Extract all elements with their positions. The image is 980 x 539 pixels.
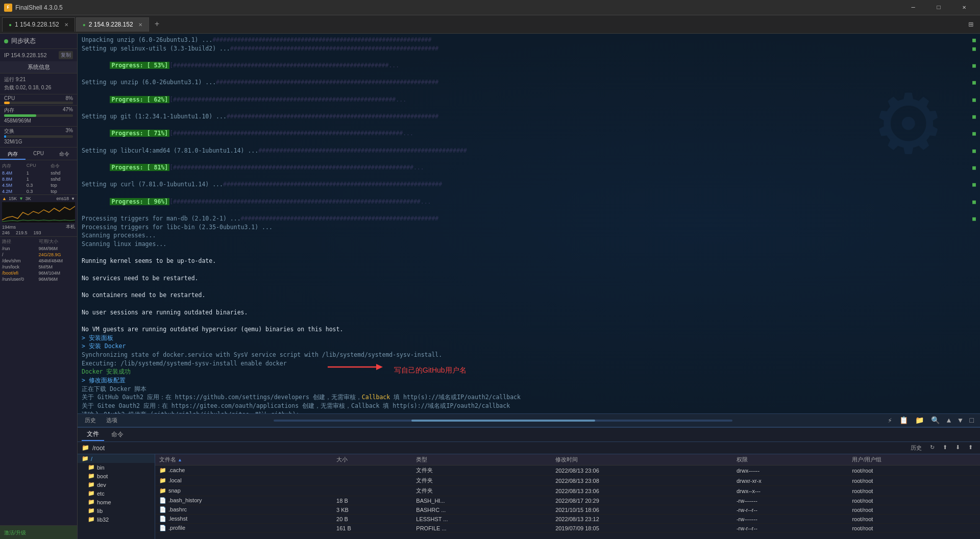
dir-icon: 📁 xyxy=(88,464,95,471)
fm-refresh-button[interactable]: ↻ xyxy=(927,443,938,453)
activate-button[interactable]: 激活/升级 xyxy=(4,530,26,535)
titlebar-left: F FinalShell 4.3.0.5 xyxy=(4,4,63,12)
new-tab-button[interactable]: + xyxy=(150,17,164,32)
dir-name: / xyxy=(91,456,92,462)
copy-ip-button[interactable]: 复制 xyxy=(59,51,73,59)
disk-row: /run 96M/96M xyxy=(0,246,77,252)
search-icon[interactable]: 🔍 xyxy=(929,415,942,426)
tab-1-close[interactable]: ✕ xyxy=(64,22,68,28)
titlebar-controls: ─ □ ✕ xyxy=(901,0,976,15)
minimize-button[interactable]: ─ xyxy=(901,0,925,15)
tab-cpu[interactable]: CPU xyxy=(26,150,51,160)
file-icon: 📁 xyxy=(159,467,166,473)
disk-header: 路径 可用/大小 xyxy=(0,238,77,246)
net-expand[interactable]: ▼ xyxy=(71,197,75,201)
tab-layout-button[interactable]: ⊞ xyxy=(964,17,978,32)
scroll-up-icon[interactable]: ▲ xyxy=(945,415,953,426)
col-owner[interactable]: 用户/用户组 xyxy=(848,454,980,465)
copy-icon[interactable]: 📋 xyxy=(897,415,910,426)
table-row[interactable]: 📁.local 文件夹 2022/08/13 23:08 drwxr-xr-x … xyxy=(155,476,980,486)
file-icon: 📄 xyxy=(159,516,166,522)
history-button[interactable]: 历史 xyxy=(82,415,99,425)
file-type: BASHRC ... xyxy=(412,505,551,514)
file-perms: drwxr-xr-x xyxy=(732,476,848,486)
fm-toolbar: 📁 /root 历史 ↻ ⬆ ⬇ ⬆ xyxy=(78,442,980,454)
col-filename[interactable]: 文件名 ▲ xyxy=(155,454,332,465)
dir-tree-item-bin[interactable]: 📁 bin xyxy=(78,463,155,472)
term-blank xyxy=(82,316,976,325)
folder-icon[interactable]: 📁 xyxy=(913,415,926,426)
proc-row: 4.5M 0.3 top xyxy=(0,182,77,188)
proc-header: 内存 CPU 命令 xyxy=(0,162,77,170)
scrollbar[interactable] xyxy=(274,420,733,422)
swap-detail: 32M/1G xyxy=(4,138,73,146)
fm-tab-files[interactable]: 文件 xyxy=(82,428,104,441)
fm-file-panel: 文件名 ▲ 大小 类型 修改时间 权限 用户/用户组 📁.cache xyxy=(155,454,980,539)
term-line: Synchronizing state of docker.service wi… xyxy=(82,351,976,359)
file-size xyxy=(332,476,412,486)
file-manager: 文件 命令 📁 /root 历史 ↻ ⬆ ⬇ ⬆ 📁 xyxy=(78,427,980,539)
dir-name: etc xyxy=(97,491,105,497)
term-progress-81: Progress: [ 81%][#######################… xyxy=(82,155,976,180)
close-button[interactable]: ✕ xyxy=(952,0,976,15)
file-modified: 2022/08/13 23:12 xyxy=(551,514,732,524)
statusbar-left: 历史 选项 xyxy=(82,415,120,425)
col-perms[interactable]: 权限 xyxy=(732,454,848,465)
tab-mem[interactable]: 内存 xyxy=(0,150,26,160)
dir-tree-item-dev[interactable]: 📁 dev xyxy=(78,480,155,489)
term-line: No user sessions are running outdated bi… xyxy=(82,308,976,317)
term-line: Scanning processes... xyxy=(82,231,976,240)
sync-status-row: 同步状态 xyxy=(0,34,77,49)
tab-cmd[interactable]: 命令 xyxy=(52,150,77,160)
file-perms: -rw-r--r-- xyxy=(732,505,848,514)
table-row[interactable]: 📄.lesshst 20 B LESSHST ... 2022/08/13 23… xyxy=(155,514,980,524)
table-row[interactable]: 📄.profile 161 B PROFILE ... 2019/07/09 1… xyxy=(155,524,980,533)
terminal[interactable]: ⚙ Unpacking unzip (6.0-26ubuntu3.1) ...#… xyxy=(78,34,980,413)
table-row[interactable]: 📄.bash_history 18 B BASH_HI... 2022/08/1… xyxy=(155,496,980,505)
activate-section: 激活/升级 xyxy=(0,525,77,539)
dir-tree-item-lib[interactable]: 📁 lib xyxy=(78,506,155,515)
tab-2[interactable]: ● 2 154.9.228.152 ✕ xyxy=(76,17,149,32)
lightning-icon[interactable]: ⚡ xyxy=(886,415,894,426)
table-row[interactable]: 📄.bashrc 3 KB BASHRC ... 2021/10/15 18:0… xyxy=(155,505,980,514)
file-owner: root/root xyxy=(848,476,980,486)
tab-2-close[interactable]: ✕ xyxy=(138,22,142,28)
dir-tree-item-boot[interactable]: 📁 boot xyxy=(78,472,155,480)
col-size[interactable]: 大小 xyxy=(332,454,412,465)
fm-download-button[interactable]: ⬇ xyxy=(952,443,963,453)
file-modified: 2019/07/09 18:05 xyxy=(551,524,732,533)
tab-1[interactable]: ● 1 154.9.228.152 ✕ xyxy=(2,17,75,32)
dir-tree-item-home[interactable]: 📁 home xyxy=(78,498,155,506)
ping-row: 194ms 本机 xyxy=(2,224,75,230)
file-perms: -rw------- xyxy=(732,496,848,505)
col-type[interactable]: 类型 xyxy=(412,454,551,465)
options-button[interactable]: 选项 xyxy=(103,415,120,425)
file-icon: 📄 xyxy=(159,497,166,503)
maximize-pane-icon[interactable]: □ xyxy=(968,415,976,426)
tab-1-label: 1 154.9.228.152 xyxy=(15,21,59,28)
disk-row: / 24G/28.9G xyxy=(0,252,77,258)
col-modified[interactable]: 修改时间 xyxy=(551,454,732,465)
sync-label: 同步状态 xyxy=(11,37,36,45)
term-line: No containers need to be restarted. xyxy=(82,291,976,300)
table-row[interactable]: 📁snap 文件夹 2022/08/13 23:06 drwx--x--- ro… xyxy=(155,486,980,496)
file-name: 📄.profile xyxy=(155,524,332,533)
maximize-button[interactable]: □ xyxy=(927,0,950,15)
disk-row: /boot/efi 96M/104M xyxy=(0,270,77,276)
dir-icon: 📁 xyxy=(88,516,95,523)
fm-tab-commands[interactable]: 命令 xyxy=(106,429,129,440)
dir-tree-item-lib32[interactable]: 📁 lib32 xyxy=(78,515,155,524)
file-owner: root/root xyxy=(848,514,980,524)
term-progress-96: Progress: [ 96%][#######################… xyxy=(82,189,976,214)
cpu-fill xyxy=(4,102,10,104)
swap-label: 交换 3% xyxy=(4,128,73,135)
dir-tree-item-root[interactable]: 📁 / xyxy=(78,454,155,463)
fm-newfile-button[interactable]: ⬆ xyxy=(965,443,976,453)
table-row[interactable]: 📁.cache 文件夹 2022/08/13 23:06 drwx------ … xyxy=(155,465,980,476)
fm-upload-button[interactable]: ⬆ xyxy=(940,443,950,453)
term-line: Processing triggers for man-db (2.10.2-1… xyxy=(82,214,976,223)
scroll-down-icon[interactable]: ▼ xyxy=(956,415,964,426)
dir-tree-item-etc[interactable]: 📁 etc xyxy=(78,489,155,498)
dir-name: dev xyxy=(97,482,106,488)
fm-history-button[interactable]: 历史 xyxy=(908,443,925,453)
